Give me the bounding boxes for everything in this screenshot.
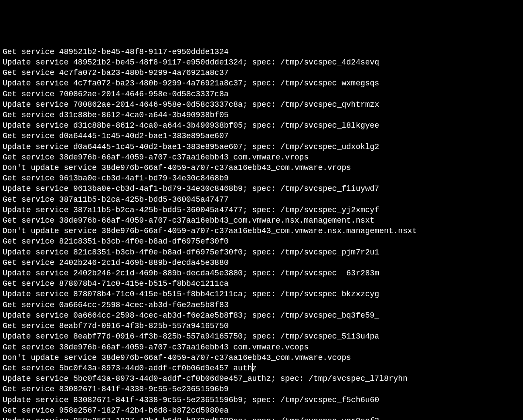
terminal-line: Get service 38de976b-66af-4059-a707-c37a… xyxy=(3,342,523,352)
terminal-line: Get service 821c8351-b3cb-4f0e-b8ad-df69… xyxy=(3,236,523,247)
terminal-line: Don't update service 38de976b-66af-4059-… xyxy=(3,163,523,173)
terminal-text: z xyxy=(252,364,257,373)
terminal-line: Update service 958e2567-1827-42b4-b6d8-b… xyxy=(3,416,523,420)
terminal-line: Get service d31c88be-8612-4ca0-a644-3b49… xyxy=(3,110,523,120)
terminal-line: Update service 700862ae-2014-4646-958e-0… xyxy=(3,99,523,110)
terminal-line: Get service 958e2567-1827-42b4-b6d8-b872… xyxy=(3,405,523,416)
terminal-line: Update service 489521b2-be45-48f8-9117-e… xyxy=(3,57,523,68)
terminal-line: Update service d0a64445-1c45-40d2-bae1-3… xyxy=(3,142,523,152)
terminal-line: Update service 821c8351-b3cb-4f0e-b8ad-d… xyxy=(3,247,523,257)
terminal-text: Get service 5bc0f43a-8973-44d0-addf-cf0b… xyxy=(3,364,252,373)
terminal-line: Update service d31c88be-8612-4ca0-a644-3… xyxy=(3,120,523,131)
terminal-line: Update service 4c7fa072-ba23-480b-9299-4… xyxy=(3,78,523,88)
terminal-line: Get service 8eabf77d-0916-4f3b-825b-557a… xyxy=(3,321,523,331)
terminal-line: Update service 2402b246-2c1d-469b-889b-d… xyxy=(3,268,523,278)
terminal-line: Get service 2402b246-2c1d-469b-889b-decd… xyxy=(3,257,523,268)
terminal-line: Update service 878078b4-71c0-415e-b515-f… xyxy=(3,289,523,299)
terminal-line: Don't update service 38de976b-66af-4059-… xyxy=(3,352,523,363)
terminal-line: Get service 4c7fa072-ba23-480b-9299-4a76… xyxy=(3,68,523,78)
terminal-line: Update service 5bc0f43a-8973-44d0-addf-c… xyxy=(3,373,523,384)
terminal-line: Get service 83082671-841f-4338-9c55-5e23… xyxy=(3,384,523,394)
terminal-line: Update service 9613ba0e-cb3d-4af1-bd79-3… xyxy=(3,183,523,194)
terminal-line: Update service 8eabf77d-0916-4f3b-825b-5… xyxy=(3,331,523,342)
terminal-line: Don't update service 38de976b-66af-4059-… xyxy=(3,226,523,236)
terminal-line: Get service 9613ba0e-cb3d-4af1-bd79-34e3… xyxy=(3,173,523,183)
terminal-output[interactable]: Get service 489521b2-be45-48f8-9117-e950… xyxy=(3,47,523,420)
terminal-line: Update service 0a6664cc-2598-4cec-ab3d-f… xyxy=(3,310,523,321)
terminal-line: Update service 83082671-841f-4338-9c55-5… xyxy=(3,395,523,405)
terminal-line: Get service d0a64445-1c45-40d2-bae1-383e… xyxy=(3,131,523,141)
terminal-line: Get service 5bc0f43a-8973-44d0-addf-cf0b… xyxy=(3,363,523,373)
terminal-line: Update service 387a11b5-b2ca-425b-bdd5-3… xyxy=(3,205,523,215)
terminal-line: Get service 38de976b-66af-4059-a707-c37a… xyxy=(3,152,523,163)
terminal-line: Get service 878078b4-71c0-415e-b515-f8bb… xyxy=(3,278,523,289)
terminal-line: Get service 700862ae-2014-4646-958e-0d58… xyxy=(3,89,523,99)
terminal-line: Get service 489521b2-be45-48f8-9117-e950… xyxy=(3,47,523,57)
terminal-line: Get service 0a6664cc-2598-4cec-ab3d-f6e2… xyxy=(3,300,523,310)
terminal-line: Get service 38de976b-66af-4059-a707-c37a… xyxy=(3,215,523,226)
terminal-line: Get service 387a11b5-b2ca-425b-bdd5-3600… xyxy=(3,194,523,205)
